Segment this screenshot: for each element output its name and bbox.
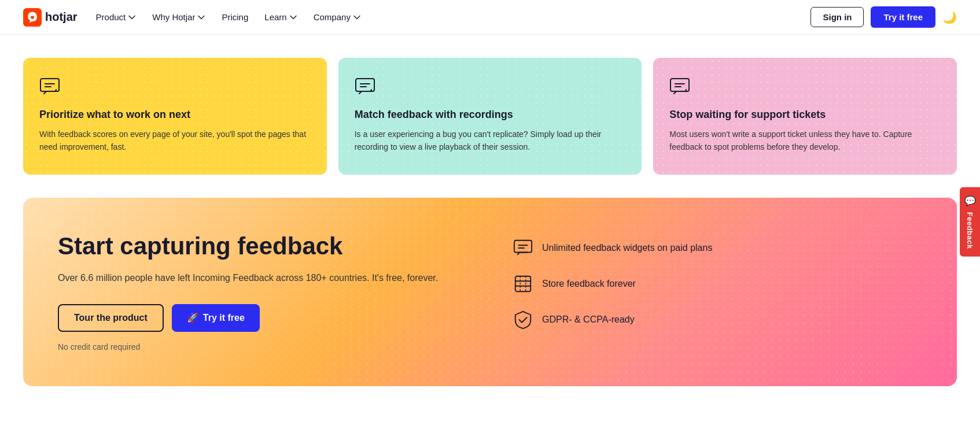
svg-rect-5: [515, 276, 530, 291]
rocket-icon: 🚀: [187, 312, 198, 323]
feature-item-store: Store feedback forever: [513, 274, 922, 294]
chevron-down-icon: [289, 13, 297, 21]
feedback-icon-yellow: [39, 76, 60, 97]
nav-item-pricing[interactable]: Pricing: [222, 12, 248, 22]
storage-icon: [513, 274, 533, 294]
card-icon-yellow: [39, 76, 311, 99]
card-desc-yellow: With feedback scores on every page of yo…: [39, 128, 311, 154]
nav-item-company[interactable]: Company: [314, 12, 361, 22]
nav-item-learn[interactable]: Learn: [264, 12, 297, 22]
cta-title: Start capturing feedback: [58, 232, 467, 260]
card-yellow: Prioritize what to work on next With fee…: [23, 58, 327, 175]
card-icon-teal: [355, 76, 626, 99]
shield-check-icon: [513, 310, 533, 330]
card-title-pink: Stop waiting for support tickets: [669, 109, 941, 121]
card-teal: Match feedback with recordings Is a user…: [338, 58, 642, 175]
feature-item-unlimited: Unlimited feedback widgets on paid plans: [513, 238, 922, 258]
feedback-icon-pink: [669, 76, 690, 97]
chevron-down-icon: [353, 13, 361, 21]
cta-description: Over 6.6 million people have left Incomi…: [58, 271, 467, 286]
nav-item-product[interactable]: Product: [96, 12, 137, 22]
nav-item-why-hotjar[interactable]: Why Hotjar: [152, 12, 205, 22]
try-it-free-button[interactable]: Try it free: [871, 6, 935, 28]
feature-item-gdpr: GDPR- & CCPA-ready: [513, 310, 922, 330]
card-pink: Stop waiting for support tickets Most us…: [653, 58, 957, 175]
feedback-widget-icon: [513, 238, 533, 258]
svg-rect-4: [514, 240, 532, 253]
hotjar-logo-icon: [23, 8, 42, 27]
feedback-icon-teal: [355, 76, 375, 97]
feature-list: Unlimited feedback widgets on paid plans…: [513, 238, 922, 330]
dark-mode-toggle[interactable]: 🌙: [942, 10, 957, 24]
nav-items: Product Why Hotjar Pricing Learn Company: [96, 12, 361, 22]
chevron-down-icon: [128, 13, 136, 21]
chevron-down-icon: [197, 13, 205, 21]
card-icon-pink: [669, 76, 941, 99]
card-desc-teal: Is a user experiencing a bug you can't r…: [355, 128, 626, 154]
cta-try-free-button[interactable]: 🚀 Try it free: [172, 304, 260, 332]
feedback-tab-icon: 💬: [964, 195, 975, 208]
cta-note: No credit card required: [58, 342, 467, 352]
tour-product-button[interactable]: Tour the product: [58, 304, 164, 332]
card-title-yellow: Prioritize what to work on next: [39, 109, 311, 121]
cta-left: Start capturing feedback Over 6.6 millio…: [58, 232, 467, 352]
cta-buttons: Tour the product 🚀 Try it free: [58, 304, 467, 332]
nav-right: Sign in Try it free 🌙: [810, 6, 957, 28]
nav-left: hotjar Product Why Hotjar Pricing Learn …: [23, 8, 361, 27]
cta-section: Start capturing feedback Over 6.6 millio…: [23, 198, 957, 386]
card-desc-pink: Most users won't write a support ticket …: [669, 128, 941, 154]
feedback-tab[interactable]: 💬 Feedback: [960, 187, 980, 257]
navbar: hotjar Product Why Hotjar Pricing Learn …: [0, 0, 980, 35]
cards-section: Prioritize what to work on next With fee…: [0, 35, 980, 186]
sign-in-button[interactable]: Sign in: [810, 7, 864, 27]
logo[interactable]: hotjar: [23, 8, 78, 27]
card-title-teal: Match feedback with recordings: [355, 109, 626, 121]
cta-right: Unlimited feedback widgets on paid plans…: [513, 232, 922, 330]
logo-text: hotjar: [45, 10, 78, 24]
